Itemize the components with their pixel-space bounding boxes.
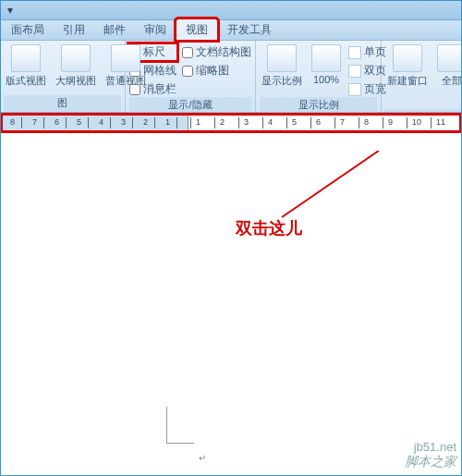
group-title-views: 图 bbox=[4, 95, 121, 112]
ruler-tick-label: 7 bbox=[340, 117, 345, 127]
btn-page-width[interactable]: 页宽 bbox=[348, 81, 386, 97]
tab-developer[interactable]: 开发工具 bbox=[218, 19, 281, 40]
btn-print-layout[interactable]: 版式视图 bbox=[4, 43, 48, 88]
horizontal-ruler[interactable]: 87654321 1234567891011 bbox=[0, 113, 462, 133]
label: 新建窗口 bbox=[387, 74, 428, 88]
btn-arrange-all[interactable]: 全部 bbox=[435, 43, 462, 88]
document-area[interactable]: ↵ bbox=[0, 148, 462, 476]
tab-mailings[interactable]: 邮件 bbox=[94, 19, 135, 40]
ruler-tick-label: 10 bbox=[412, 117, 421, 127]
hundred-icon bbox=[311, 44, 341, 72]
paragraph-mark: ↵ bbox=[199, 453, 206, 463]
chk-document-map[interactable]: 文档结构图 bbox=[182, 44, 251, 60]
print-layout-icon bbox=[11, 44, 41, 72]
label: 网格线 bbox=[143, 63, 176, 79]
one-page-icon bbox=[348, 46, 361, 59]
ruler-tick-label: 2 bbox=[143, 117, 148, 127]
label: 显示比例 bbox=[261, 74, 302, 88]
btn-one-page[interactable]: 单页 bbox=[348, 44, 386, 60]
btn-outline-view[interactable]: 大纲视图 bbox=[54, 43, 98, 88]
ruler-tick-label: 4 bbox=[99, 117, 103, 127]
watermark-brand: 脚本之家 bbox=[405, 454, 456, 470]
label: 消息栏 bbox=[143, 81, 176, 97]
ruler-tick-label: 5 bbox=[77, 117, 81, 127]
ruler-tick-label: 3 bbox=[121, 117, 126, 127]
chk-message-bar-box[interactable] bbox=[129, 84, 140, 95]
chk-document-map-box[interactable] bbox=[182, 47, 193, 58]
ruler-body[interactable]: 1234567891011 bbox=[188, 116, 459, 130]
chk-thumbnails-box[interactable] bbox=[182, 66, 193, 77]
label: 100% bbox=[313, 74, 339, 85]
arrange-icon bbox=[437, 44, 462, 72]
page-width-icon bbox=[348, 83, 361, 96]
new-window-icon bbox=[393, 44, 422, 72]
tab-references[interactable]: 引用 bbox=[54, 19, 94, 40]
group-document-views: 版式视图 大纲视图 普通视图 图 bbox=[0, 41, 126, 112]
ruler-tick-label: 11 bbox=[436, 117, 445, 127]
tab-page-layout[interactable]: 面布局 bbox=[2, 19, 54, 40]
label: 文档结构图 bbox=[196, 44, 251, 60]
ruler-tick-label: 4 bbox=[268, 117, 273, 127]
zoom-icon bbox=[267, 44, 297, 72]
label: 缩略图 bbox=[196, 63, 229, 79]
ruler-tick-label: 7 bbox=[32, 117, 37, 127]
ruler-tick-label: 9 bbox=[388, 117, 393, 127]
ruler-margin-left[interactable]: 87654321 bbox=[3, 116, 188, 130]
group-title-zoom: 显示比例 bbox=[260, 97, 377, 114]
watermark-site: jb51.net bbox=[414, 440, 456, 454]
group-show-hide: 标尺 网格线 消息栏 文档结构图 缩略图 显示/隐藏 bbox=[126, 41, 256, 112]
btn-zoom[interactable]: 显示比例 bbox=[260, 43, 304, 88]
group-title-show-hide: 显示/隐藏 bbox=[129, 97, 251, 114]
annotation-text: 双击这儿 bbox=[236, 217, 302, 239]
btn-100pct[interactable]: 100% bbox=[310, 43, 343, 85]
label: 大纲视图 bbox=[55, 74, 96, 88]
ribbon: 版式视图 大纲视图 普通视图 图 标尺 网格线 消息栏 文档结构图 缩略图 显示… bbox=[0, 41, 462, 113]
ruler-tick-label: 8 bbox=[364, 117, 369, 127]
ruler-tick-label: 6 bbox=[316, 117, 321, 127]
ruler-tick-label: 8 bbox=[10, 117, 15, 127]
ruler-tick-label: 1 bbox=[196, 117, 201, 127]
ribbon-tabs: 面布局 引用 邮件 审阅 视图 开发工具 bbox=[0, 20, 462, 41]
group-title-window bbox=[385, 109, 462, 112]
page-corner-mark bbox=[166, 407, 194, 444]
group-window: 新建窗口 全部 bbox=[382, 41, 462, 112]
label: 版式视图 bbox=[6, 74, 46, 88]
chk-thumbnails[interactable]: 缩略图 bbox=[182, 63, 251, 79]
ruler-tick-label: 5 bbox=[292, 117, 297, 127]
ruler-tick-label: 6 bbox=[55, 117, 59, 127]
ruler-tick-label: 2 bbox=[220, 117, 225, 127]
draft-icon bbox=[111, 44, 140, 72]
label: 全部 bbox=[442, 74, 462, 88]
chk-message-bar[interactable]: 消息栏 bbox=[129, 81, 176, 97]
outline-icon bbox=[61, 44, 91, 72]
qat-dropdown-icon[interactable]: ▾ bbox=[6, 6, 15, 15]
ruler-tick-label: 1 bbox=[165, 117, 170, 127]
tab-review[interactable]: 审阅 bbox=[135, 19, 176, 40]
label: 标尺 bbox=[143, 44, 165, 60]
quick-access-toolbar: ▾ bbox=[0, 0, 462, 20]
btn-new-window[interactable]: 新建窗口 bbox=[385, 43, 430, 88]
two-pages-icon bbox=[348, 65, 361, 78]
btn-two-pages[interactable]: 双页 bbox=[348, 63, 386, 79]
tab-view[interactable]: 视图 bbox=[176, 18, 218, 41]
group-zoom: 显示比例 100% 单页 双页 页宽 显示比例 bbox=[256, 41, 382, 112]
ruler-tick-label: 3 bbox=[244, 117, 249, 127]
